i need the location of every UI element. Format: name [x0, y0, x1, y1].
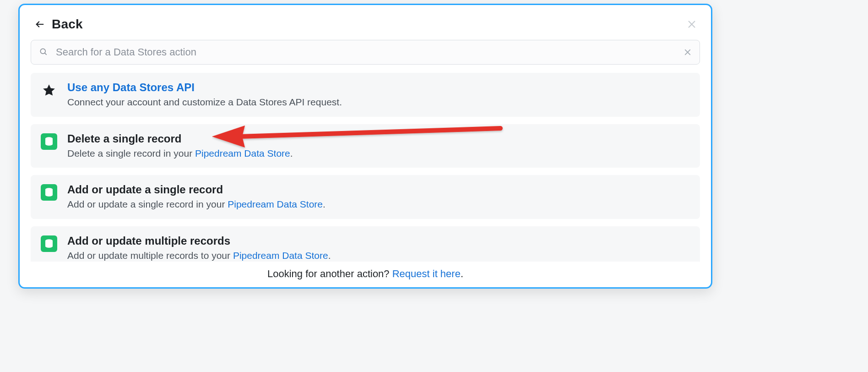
close-icon[interactable] [684, 17, 699, 32]
action-item-delete-single-record[interactable]: Delete a single record Delete a single r… [31, 124, 700, 168]
action-title: Use any Data Stores API [67, 80, 690, 94]
footer-suffix: . [461, 268, 463, 279]
action-title: Add or update a single record [67, 182, 690, 197]
action-picker-modal: Back Use any Data Stores API [18, 4, 712, 289]
action-body: Add or update multiple records Add or up… [67, 234, 690, 262]
action-item-add-update-single-record[interactable]: Add or update a single record Add or upd… [31, 175, 700, 219]
datastore-icon [41, 235, 57, 252]
action-body: Add or update a single record Add or upd… [67, 182, 690, 212]
action-item-use-any-api[interactable]: Use any Data Stores API Connect your acc… [31, 73, 700, 117]
action-body: Delete a single record Delete a single r… [67, 131, 690, 161]
action-desc-suffix: . [290, 148, 293, 159]
back-button[interactable]: Back [34, 17, 83, 32]
modal-footer: Looking for another action? Request it h… [28, 262, 703, 281]
actions-list[interactable]: Use any Data Stores API Connect your acc… [28, 73, 705, 262]
action-item-add-update-multiple-records[interactable]: Add or update multiple records Add or up… [31, 226, 700, 262]
svg-point-3 [40, 49, 45, 54]
datastore-icon [41, 133, 57, 150]
star-icon [41, 82, 57, 98]
action-desc-suffix: . [323, 199, 326, 209]
action-desc-text: Delete a single record in your [67, 148, 195, 159]
modal-header: Back [28, 14, 703, 38]
search-input[interactable] [31, 40, 700, 65]
clear-search-icon[interactable] [683, 47, 693, 57]
action-description: Add or update a single record in your Pi… [67, 197, 690, 211]
datastore-icon [41, 184, 57, 201]
pipedream-data-store-link[interactable]: Pipedream Data Store [233, 250, 328, 261]
action-description: Add or update multiple records to your P… [67, 249, 690, 262]
action-title: Add or update multiple records [67, 234, 690, 248]
search-icon [39, 47, 49, 57]
search-field-wrap [31, 40, 700, 65]
action-desc-text: Add or update multiple records to your [67, 250, 233, 261]
pipedream-data-store-link[interactable]: Pipedream Data Store [195, 148, 290, 159]
action-title: Delete a single record [67, 131, 690, 146]
action-desc-text: Connect your account and customize a Dat… [67, 97, 342, 107]
action-body: Use any Data Stores API Connect your acc… [67, 80, 690, 109]
action-desc-text: Add or update a single record in your [67, 199, 228, 209]
footer-prompt: Looking for another action? [267, 268, 392, 279]
action-desc-suffix: . [328, 250, 331, 261]
pipedream-data-store-link[interactable]: Pipedream Data Store [228, 199, 323, 209]
back-label: Back [52, 17, 83, 32]
action-description: Delete a single record in your Pipedream… [67, 147, 690, 160]
request-action-link[interactable]: Request it here [392, 268, 461, 279]
arrow-left-icon [34, 19, 45, 30]
action-description: Connect your account and customize a Dat… [67, 95, 690, 109]
svg-line-4 [45, 53, 47, 55]
